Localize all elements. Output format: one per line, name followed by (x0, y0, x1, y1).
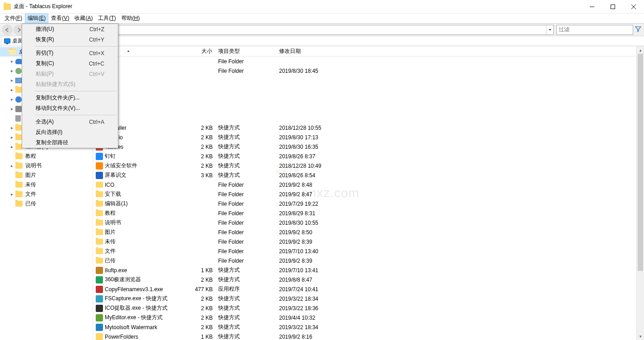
tree-item[interactable]: 图片 (0, 170, 93, 180)
column-type[interactable]: 项目类型 (215, 46, 276, 56)
menu-item-redo[interactable]: 恢复(R)Ctrl+Y (22, 34, 118, 45)
file-row[interactable]: ninstaller2 KB快捷方式2018/12/28 10:55 (93, 123, 644, 132)
file-row[interactable]: Tabbles2 KB快捷方式2019/8/30 16:35 (93, 142, 644, 151)
tree-expand-icon[interactable]: ▸ (9, 97, 14, 102)
tree-expand-icon[interactable]: ▸ (9, 192, 14, 197)
tree-expand-icon[interactable]: ▸ (9, 144, 14, 149)
close-button[interactable] (623, 0, 644, 13)
file-row[interactable] (93, 76, 644, 85)
menu-item-copy-to-folder[interactable]: 复制到文件夹(F)... (22, 93, 118, 103)
file-row[interactable]: CopyFilenamesv3.1.exe477 KB应用程序2019/7/24… (93, 284, 644, 294)
folder-icon (15, 172, 23, 178)
file-type: File Folder (215, 58, 276, 65)
back-button[interactable] (2, 24, 13, 35)
menu-item-invert-selection[interactable]: 反向选择(I) (22, 127, 118, 137)
file-row[interactable]: 已传File Folder2019/9/2 8:39 (93, 256, 644, 265)
tree-item[interactable]: 已传 (0, 199, 93, 208)
file-name: ICO提取器.exe - 快捷方式 (105, 304, 168, 312)
vertical-scrollbar[interactable]: ▴ ▾ (636, 46, 644, 340)
file-row[interactable]: 文件File Folder2019/7/10 13:40 (93, 246, 644, 256)
tree-expand-icon[interactable]: ▸ (9, 78, 14, 83)
scroll-thumb[interactable] (638, 54, 643, 271)
tree-item[interactable]: 教程 (0, 151, 93, 161)
file-row[interactable]: MyEditor.exe - 快捷方式2 KB快捷方式2019/4/4 10:3… (93, 313, 644, 322)
file-type: File Folder (215, 229, 276, 236)
tree-expand-icon[interactable]: ▸ (9, 125, 14, 130)
tree-item-label: 未传 (25, 181, 36, 189)
column-size[interactable]: 大小 (173, 46, 215, 56)
user-icon (15, 68, 22, 74)
file-row[interactable]: 图片File Folder2019/9/2 8:50 (93, 227, 644, 237)
address-dropdown[interactable] (546, 25, 553, 34)
filter-input[interactable]: 过滤 (556, 25, 633, 35)
menu-help[interactable]: 帮助(H) (119, 14, 143, 23)
scroll-up-button[interactable]: ▴ (637, 46, 644, 54)
scroll-down-button[interactable]: ▾ (637, 332, 644, 340)
tree-item[interactable]: ▸说明书 (0, 161, 93, 170)
file-row[interactable]: PowerFolders1 KB快捷方式2019/9/2 8:16 (93, 332, 644, 340)
tree-expand-icon[interactable]: ▸ (9, 59, 14, 64)
file-size: 2 KB (173, 296, 215, 302)
column-date[interactable]: 修改日期 (276, 46, 430, 56)
file-row[interactable]: File Folder (93, 57, 644, 66)
file-row[interactable]: FSCapture.exe - 快捷方式2 KB快捷方式2019/3/22 18… (93, 294, 644, 303)
menu-edit[interactable]: 编辑(E) (25, 14, 48, 23)
filter-placeholder: 过滤 (559, 26, 569, 33)
file-row[interactable]: ICO提取器.exe - 快捷方式2 KB快捷方式2019/3/22 18:36 (93, 303, 644, 313)
menu-tools[interactable]: 工具(T) (95, 14, 118, 23)
maximize-button[interactable] (602, 0, 623, 13)
tree-item[interactable]: ▸文件 (0, 189, 93, 199)
file-row[interactable]: Mytoolsoft Watermark2 KB快捷方式2019/3/22 18… (93, 322, 644, 332)
file-row[interactable]: 8uftp.exe1 KB快捷方式2019/7/10 13:41 (93, 265, 644, 275)
file-date: 2019/4/4 10:32 (276, 315, 430, 321)
filter-button[interactable] (634, 26, 642, 33)
file-row[interactable]: 未传File Folder2019/9/2 8:39 (93, 237, 644, 246)
tree-expand-icon[interactable]: ▸ (9, 163, 14, 168)
file-date: 2019/8/8 8:47 (276, 277, 430, 283)
tree-item[interactable]: 未传 (0, 180, 93, 189)
file-row[interactable]: 编辑器(1)File Folder2019/7/29 19:22 (93, 199, 644, 208)
file-list[interactable]: File FolderFile Folder2019/8/30 18:45nin… (93, 57, 644, 340)
file-type: 应用程序 (215, 285, 276, 293)
menu-item-copy[interactable]: 复制(C)Ctrl+C (22, 58, 118, 69)
file-row[interactable]: File Folder2019/8/30 18:45 (93, 66, 644, 76)
file-row[interactable]: 钉钉2 KB快捷方式2019/8/26 8:37 (93, 151, 644, 161)
menu-item-move-to-folder[interactable]: 移动到文件夹(V)... (22, 103, 118, 113)
minimize-icon (590, 5, 594, 9)
file-row[interactable]: 火绒安全软件2 KB快捷方式2018/12/28 10:49 (93, 161, 644, 170)
file-row[interactable] (93, 85, 644, 94)
file-row[interactable] (93, 94, 644, 104)
file-row[interactable] (93, 104, 644, 113)
menu-item-select-all[interactable]: 全选(A)Ctrl+A (22, 117, 118, 127)
file-row[interactable]: 教程File Folder2019/8/29 8:31 (93, 208, 644, 218)
file-row[interactable]: 安下载File Folder2019/9/2 8:47 (93, 189, 644, 199)
pc-icon (15, 78, 22, 83)
tree-expand-icon[interactable]: ▸ (9, 68, 14, 73)
file-row[interactable]: 说明书File Folder2019/8/30 10:55 (93, 218, 644, 227)
file-row[interactable]: ICOFile Folder2019/9/2 8:48 (93, 180, 644, 189)
menu-item-paste-shortcut: 粘贴快捷方式(S) (22, 79, 118, 90)
file-row[interactable]: l Studio2 KB快捷方式2019/8/30 17:13 (93, 132, 644, 142)
chevron-down-icon (548, 28, 552, 32)
menu-view[interactable]: 查看(V) (48, 14, 72, 23)
menu-file[interactable]: 文件(F) (2, 14, 25, 23)
tree-expand-icon[interactable]: ▸ (9, 87, 14, 92)
tree-expand-icon[interactable]: ▸ (9, 106, 14, 111)
tree-expand-icon[interactable]: ▸ (9, 135, 14, 140)
file-name: 360极速浏览器 (105, 276, 141, 283)
file-icon (96, 162, 103, 170)
menu-item-copy-all-paths[interactable]: 复制全部路径 (22, 137, 118, 148)
file-row[interactable]: 屏幕识文3 KB快捷方式2019/8/26 8:54 (93, 170, 644, 180)
menu-favorites[interactable]: 收藏(A) (72, 14, 95, 23)
file-name: FSCapture.exe - 快捷方式 (105, 295, 168, 302)
minimize-button[interactable] (582, 0, 602, 13)
file-name: MyEditor.exe - 快捷方式 (105, 314, 163, 321)
menu-item-undo[interactable]: 撤消(U)Ctrl+Z (22, 24, 118, 34)
folder-icon (96, 239, 103, 245)
file-size: 1 KB (173, 267, 215, 274)
file-row[interactable] (93, 113, 644, 123)
file-row[interactable]: 360极速浏览器2 KB快捷方式2019/8/8 8:47 (93, 275, 644, 284)
menu-item-cut[interactable]: 剪切(T)Ctrl+X (22, 48, 118, 58)
tree-item-label: 图片 (25, 171, 36, 179)
file-icon (96, 153, 103, 160)
